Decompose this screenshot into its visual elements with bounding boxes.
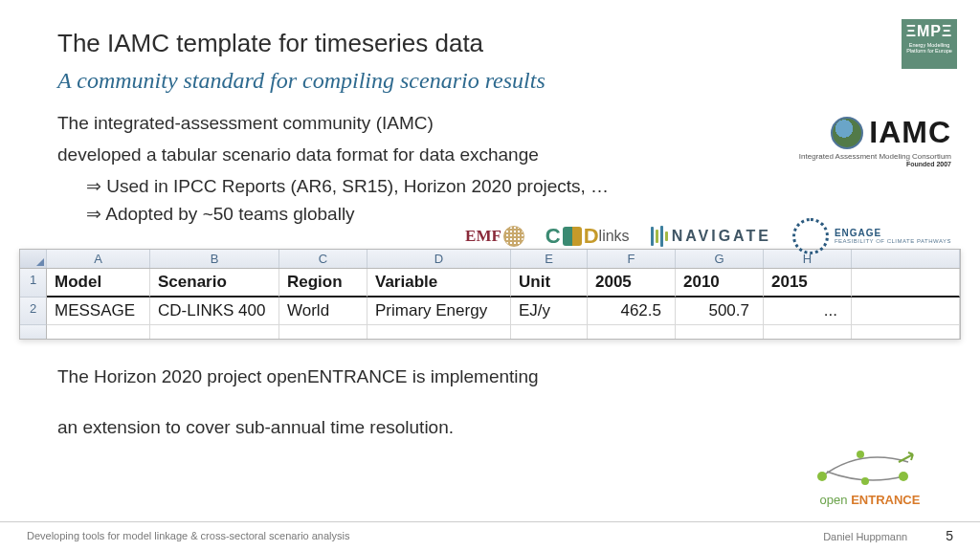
ring-icon xyxy=(792,218,829,254)
cdlinks-c: C xyxy=(546,224,561,249)
emf-logo: EMF xyxy=(465,226,524,247)
bullet-item: Used in IPCC Reports (AR6, SR15), Horizo… xyxy=(86,173,923,201)
emf-logo-text: EMF xyxy=(465,227,501,246)
bars-icon xyxy=(651,226,668,247)
post-text-1: The Horizon 2020 project openENTRANCE is… xyxy=(57,364,923,390)
entrance-text: ENTRANCE xyxy=(851,493,920,507)
svg-point-2 xyxy=(899,472,908,481)
empe-logo-title: ΞMPΞ xyxy=(903,23,955,40)
open-text: open xyxy=(820,493,848,507)
cell[interactable]: Variable xyxy=(368,269,511,298)
cell[interactable]: 2005 xyxy=(588,269,676,298)
openentrance-logo: open ENTRANCE xyxy=(798,443,942,507)
engage-logo-text: ENGAGE xyxy=(835,228,881,238)
table-row-empty xyxy=(20,325,960,339)
slide-subtitle: A community standard for compiling scena… xyxy=(57,68,923,94)
cell[interactable]: 500.7 xyxy=(676,298,764,325)
spreadsheet-select-all[interactable] xyxy=(20,250,47,268)
footer-author: Daniel Huppmann xyxy=(823,531,907,542)
cell[interactable]: Scenario xyxy=(150,269,279,298)
network-icon xyxy=(813,443,927,491)
svg-point-1 xyxy=(857,451,864,458)
col-header[interactable]: B xyxy=(150,250,279,268)
cell[interactable]: EJ/y xyxy=(511,298,588,325)
svg-point-0 xyxy=(817,472,827,481)
globe-grid-icon xyxy=(503,226,524,247)
cell[interactable]: World xyxy=(279,298,368,325)
page-number: 5 xyxy=(946,528,953,543)
cell[interactable]: 2015 xyxy=(764,269,852,298)
row-header[interactable]: 1 xyxy=(20,269,47,298)
col-header[interactable]: A xyxy=(47,250,150,268)
cdlinks-logo: C D links xyxy=(546,224,630,249)
cell[interactable]: Primary Energy xyxy=(368,298,511,325)
cell[interactable]: 462.5 xyxy=(588,298,676,325)
row-header[interactable]: 2 xyxy=(20,298,47,325)
body-line-1: The integrated-assessment community (IAM… xyxy=(57,111,923,137)
iamc-logo-founded: Founded 2007 xyxy=(799,161,951,167)
table-row: 2 MESSAGE CD-LINKS 400 World Primary Ene… xyxy=(20,298,960,325)
svg-point-3 xyxy=(861,477,869,485)
iamc-logo-sub: Integrated Assessment Modeling Consortiu… xyxy=(799,152,951,161)
cell[interactable]: 2010 xyxy=(676,269,764,298)
partner-logo-row: EMF C D links NAVIGATE ENGAGE FEASIBILIT… xyxy=(465,218,951,254)
cell[interactable]: CD-LINKS 400 xyxy=(150,298,279,325)
iamc-logo-text: IAMC xyxy=(869,115,951,150)
globe-icon xyxy=(831,117,863,149)
empe-logo: ΞMPΞ Energy Modelling Platform for Europ… xyxy=(902,19,957,69)
engage-logo-sub: FEASIBILITY OF CLIMATE PATHWAYS xyxy=(835,238,951,245)
slide-footer: Developing tools for model linkage & cro… xyxy=(0,521,980,551)
slide-title: The IAMC template for timeseries data xyxy=(57,29,923,58)
col-header[interactable]: C xyxy=(279,250,368,268)
navigate-logo-text: NAVIGATE xyxy=(672,228,771,245)
spreadsheet-table: A B C D E F G H 1 Model Scenario Region … xyxy=(19,249,961,340)
cell[interactable]: Region xyxy=(279,269,368,298)
empe-logo-subtitle: Energy Modelling Platform for Europe xyxy=(903,42,955,54)
cell[interactable]: Unit xyxy=(511,269,588,298)
cell[interactable]: Model xyxy=(47,269,150,298)
table-row: 1 Model Scenario Region Variable Unit 20… xyxy=(20,269,960,298)
cdlinks-rest: links xyxy=(599,228,630,245)
footer-left: Developing tools for model linkage & cro… xyxy=(27,530,350,541)
cell[interactable]: MESSAGE xyxy=(47,298,150,325)
body-line-2: developed a tabular scenario data format… xyxy=(57,143,923,168)
engage-logo: ENGAGE FEASIBILITY OF CLIMATE PATHWAYS xyxy=(792,218,951,254)
iamc-logo: IAMC Integrated Assessment Modeling Cons… xyxy=(799,115,951,167)
post-text-2: an extension to cover sub-annual time re… xyxy=(57,415,923,441)
cell[interactable]: ... xyxy=(764,298,852,325)
cdlinks-d: D xyxy=(584,224,599,249)
puzzle-icon xyxy=(563,227,582,246)
navigate-logo: NAVIGATE xyxy=(651,226,771,247)
